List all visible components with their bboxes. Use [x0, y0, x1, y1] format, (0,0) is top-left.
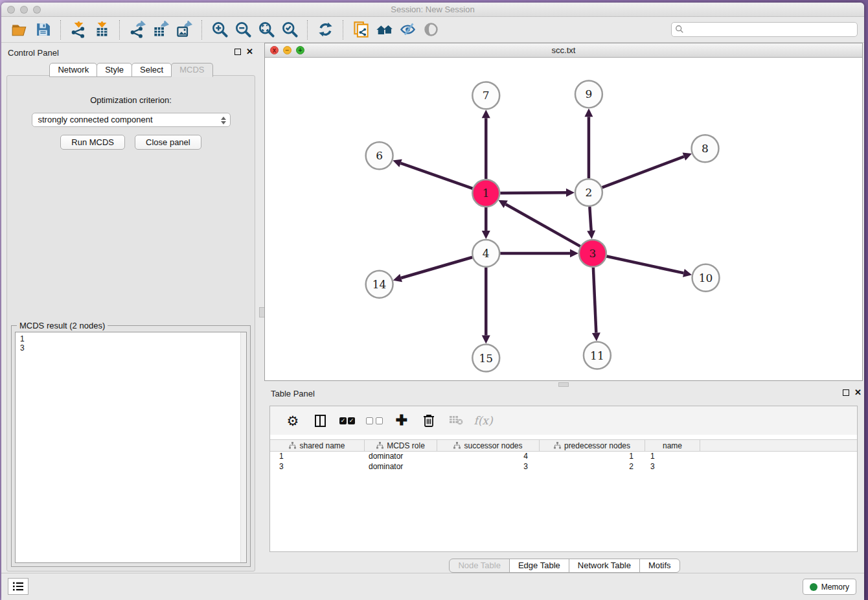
column-header-shared-name[interactable]: shared name	[270, 440, 365, 451]
column-header-successor-nodes[interactable]: successor nodes	[437, 440, 540, 451]
import-network-icon[interactable]	[69, 20, 88, 40]
memory-label: Memory	[821, 583, 849, 592]
close-panel-button[interactable]: Close panel	[135, 135, 201, 150]
toolbar-separator	[201, 20, 202, 40]
node-7[interactable]: 7	[472, 82, 499, 109]
tab-network[interactable]: Network	[49, 63, 97, 77]
cell[interactable]: 4	[437, 452, 540, 462]
table-toolbar: ⚙ ✓✓ ✚ f(x)	[270, 406, 857, 435]
edge-1-4[interactable]	[482, 207, 490, 239]
tab-edge-table[interactable]: Edge Table	[509, 559, 569, 573]
cell[interactable]: 2	[540, 462, 645, 472]
network-home-icon[interactable]	[374, 20, 394, 40]
tab-node-table[interactable]: Node Table	[449, 559, 510, 573]
main-toolbar	[1, 17, 864, 43]
column-header-predecessor-nodes[interactable]: predecessor nodes	[540, 440, 645, 451]
memory-status-icon	[810, 583, 817, 591]
cell[interactable]: 1	[540, 452, 645, 462]
column-header-MCDS-role[interactable]: MCDS role	[365, 440, 437, 451]
open-session-icon[interactable]	[10, 20, 29, 40]
table-row[interactable]: 3dominator323	[270, 462, 857, 472]
tab-select[interactable]: Select	[131, 63, 172, 77]
search-input[interactable]	[671, 22, 858, 37]
control-panel-title: Control Panel	[8, 48, 59, 58]
float-panel-icon[interactable]	[234, 49, 241, 55]
svg-text:10: 10	[699, 271, 713, 284]
zoom-selected-icon[interactable]	[280, 20, 299, 40]
edge-3-11[interactable]	[592, 268, 600, 341]
node-9[interactable]: 9	[575, 80, 602, 108]
tab-network-table[interactable]: Network Table	[569, 559, 640, 573]
zoom-in-icon[interactable]	[210, 20, 229, 40]
node-11[interactable]: 11	[584, 342, 611, 369]
edge-1-7[interactable]	[482, 110, 490, 179]
svg-text:9: 9	[586, 87, 593, 100]
edge-2-8[interactable]	[602, 153, 692, 188]
export-table-icon[interactable]	[151, 20, 170, 40]
import-table-icon[interactable]	[92, 20, 111, 40]
refresh-icon[interactable]	[315, 20, 335, 40]
column-pane-icon[interactable]	[310, 411, 330, 430]
svg-text:14: 14	[372, 278, 387, 291]
tab-style[interactable]: Style	[97, 63, 132, 77]
cell[interactable]: dominator	[365, 452, 437, 462]
result-scrollbar[interactable]	[240, 332, 246, 562]
criterion-dropdown[interactable]: strongly connected component	[32, 113, 231, 127]
add-column-icon[interactable]: ✚	[392, 411, 411, 430]
criterion-value: strongly connected component	[38, 115, 153, 124]
gear-icon[interactable]: ⚙	[283, 411, 303, 430]
cell[interactable]: 3	[270, 462, 365, 472]
edge-4-3[interactable]	[500, 249, 578, 257]
node-3[interactable]: 3	[579, 240, 606, 267]
run-mcds-button[interactable]: Run MCDS	[60, 135, 125, 150]
node-15[interactable]: 15	[472, 345, 499, 372]
save-session-icon[interactable]	[33, 20, 52, 40]
node-1[interactable]: 1	[472, 179, 499, 207]
cell[interactable]: 1	[270, 452, 365, 462]
node-10[interactable]: 10	[692, 264, 720, 292]
cell[interactable]: 3	[645, 462, 700, 472]
edge-3-10[interactable]	[606, 257, 692, 277]
tab-motifs[interactable]: Motifs	[639, 559, 680, 573]
task-history-button[interactable]	[8, 578, 29, 595]
close-table-panel-icon[interactable]: ✕	[854, 387, 862, 397]
node-8[interactable]: 8	[692, 135, 719, 162]
cell[interactable]: 1	[645, 452, 700, 462]
table-panel-title: Table Panel	[271, 389, 315, 398]
cell[interactable]: dominator	[365, 462, 437, 472]
export-network-icon[interactable]	[128, 20, 147, 40]
column-header-name[interactable]: name	[645, 440, 700, 451]
zoom-fit-icon[interactable]	[257, 20, 276, 40]
horizontal-splitter-grip[interactable]	[558, 382, 569, 387]
node-14[interactable]: 14	[366, 271, 393, 298]
annotation-eye-icon[interactable]	[398, 20, 417, 40]
memory-button[interactable]: Memory	[803, 579, 856, 595]
cell[interactable]: 3	[437, 462, 540, 472]
close-panel-icon[interactable]: ✕	[246, 47, 253, 56]
edge-2-9[interactable]	[584, 108, 593, 178]
network-window-titlebar: x − + scc.txt	[265, 43, 862, 58]
toolbar-separator	[307, 20, 308, 40]
node-4[interactable]: 4	[472, 240, 499, 267]
edge-1-2[interactable]	[500, 189, 575, 197]
edge-3-1[interactable]	[498, 200, 580, 246]
dropdown-stepper-icon	[220, 115, 227, 126]
deselect-all-icon[interactable]	[365, 411, 384, 430]
tab-mcds[interactable]: MCDS	[171, 63, 212, 77]
export-image-icon[interactable]	[174, 20, 194, 40]
node-2[interactable]: 2	[575, 179, 602, 206]
float-table-panel-icon[interactable]	[843, 389, 849, 396]
network-canvas[interactable]: 7968124314101511	[265, 58, 862, 380]
edge-4-14[interactable]	[393, 257, 472, 282]
svg-text:8: 8	[702, 142, 709, 155]
network-title: scc.txt	[265, 45, 862, 55]
edge-2-3[interactable]	[587, 207, 595, 239]
select-all-icon[interactable]: ✓✓	[337, 411, 357, 430]
node-6[interactable]: 6	[366, 142, 393, 169]
duplicate-network-icon[interactable]	[351, 20, 371, 40]
delete-icon[interactable]	[419, 411, 439, 430]
edge-4-15[interactable]	[482, 268, 490, 344]
table-row[interactable]: 1dominator411	[270, 452, 857, 462]
zoom-out-icon[interactable]	[233, 20, 253, 40]
edge-1-6[interactable]	[393, 159, 472, 189]
